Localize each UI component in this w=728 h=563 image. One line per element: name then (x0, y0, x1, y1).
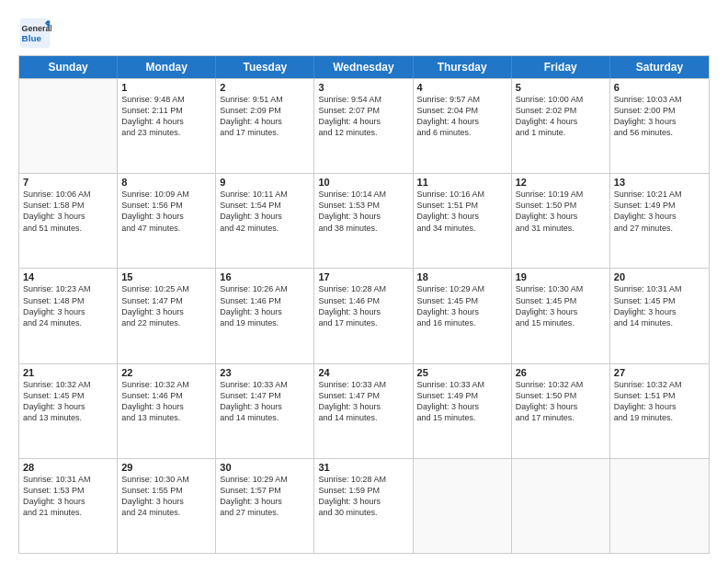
calendar-cell: 29Sunrise: 10:30 AM Sunset: 1:55 PM Dayl… (118, 459, 216, 553)
day-info: Sunrise: 10:31 AM Sunset: 1:45 PM Daylig… (614, 283, 705, 328)
day-number: 7 (23, 177, 113, 188)
calendar-cell: 6Sunrise: 10:03 AM Sunset: 2:00 PM Dayli… (610, 79, 709, 173)
calendar-cell: 31Sunrise: 10:28 AM Sunset: 1:59 PM Dayl… (314, 459, 413, 553)
header-day-tuesday: Tuesday (216, 56, 314, 78)
calendar-cell: 9Sunrise: 10:11 AM Sunset: 1:54 PM Dayli… (216, 174, 314, 268)
day-number: 28 (23, 462, 113, 473)
day-number: 24 (318, 367, 408, 378)
day-number: 26 (516, 367, 606, 378)
day-number: 15 (121, 271, 211, 282)
day-number: 30 (220, 462, 310, 473)
day-info: Sunrise: 10:33 AM Sunset: 1:47 PM Daylig… (318, 379, 408, 424)
day-number: 9 (220, 177, 310, 188)
calendar-cell: 14Sunrise: 10:23 AM Sunset: 1:48 PM Dayl… (19, 269, 118, 362)
day-info: Sunrise: 10:21 AM Sunset: 1:49 PM Daylig… (614, 189, 705, 234)
header-day-sunday: Sunday (19, 56, 118, 78)
day-info: Sunrise: 10:30 AM Sunset: 1:55 PM Daylig… (121, 474, 211, 519)
day-info: Sunrise: 10:06 AM Sunset: 1:58 PM Daylig… (23, 189, 113, 234)
day-info: Sunrise: 9:48 AM Sunset: 2:11 PM Dayligh… (121, 94, 211, 139)
day-number: 16 (220, 271, 310, 282)
day-number: 3 (318, 82, 408, 93)
calendar-cell: 12Sunrise: 10:19 AM Sunset: 1:50 PM Dayl… (512, 174, 610, 268)
day-info: Sunrise: 10:00 AM Sunset: 2:02 PM Daylig… (516, 94, 606, 139)
calendar-cell: 1Sunrise: 9:48 AM Sunset: 2:11 PM Daylig… (118, 79, 216, 173)
svg-text:General: General (22, 24, 51, 33)
day-number: 12 (516, 177, 606, 188)
calendar-cell: 24Sunrise: 10:33 AM Sunset: 1:47 PM Dayl… (314, 364, 413, 458)
day-info: Sunrise: 10:11 AM Sunset: 1:54 PM Daylig… (220, 189, 310, 234)
header-day-monday: Monday (118, 56, 216, 78)
day-info: Sunrise: 10:25 AM Sunset: 1:47 PM Daylig… (121, 283, 211, 328)
day-number: 21 (23, 367, 113, 378)
calendar-cell: 30Sunrise: 10:29 AM Sunset: 1:57 PM Dayl… (216, 459, 314, 553)
day-info: Sunrise: 10:32 AM Sunset: 1:46 PM Daylig… (121, 379, 211, 424)
calendar-cell: 4Sunrise: 9:57 AM Sunset: 2:04 PM Daylig… (414, 79, 512, 173)
calendar-cell: 8Sunrise: 10:09 AM Sunset: 1:56 PM Dayli… (118, 174, 216, 268)
day-number: 18 (417, 271, 507, 282)
calendar-cell (610, 459, 709, 553)
day-number: 6 (614, 82, 705, 93)
day-info: Sunrise: 10:30 AM Sunset: 1:45 PM Daylig… (516, 283, 606, 328)
day-info: Sunrise: 10:32 AM Sunset: 1:51 PM Daylig… (614, 379, 705, 424)
calendar-cell: 23Sunrise: 10:33 AM Sunset: 1:47 PM Dayl… (216, 364, 314, 458)
day-number: 14 (23, 271, 113, 282)
header-day-wednesday: Wednesday (314, 56, 413, 78)
day-info: Sunrise: 10:33 AM Sunset: 1:47 PM Daylig… (220, 379, 310, 424)
day-number: 17 (318, 271, 408, 282)
day-info: Sunrise: 10:14 AM Sunset: 1:53 PM Daylig… (318, 189, 408, 234)
calendar-cell: 3Sunrise: 9:54 AM Sunset: 2:07 PM Daylig… (314, 79, 413, 173)
day-info: Sunrise: 10:32 AM Sunset: 1:50 PM Daylig… (516, 379, 606, 424)
calendar-cell: 7Sunrise: 10:06 AM Sunset: 1:58 PM Dayli… (19, 174, 118, 268)
calendar-cell (414, 459, 512, 553)
calendar-cell: 15Sunrise: 10:25 AM Sunset: 1:47 PM Dayl… (118, 269, 216, 362)
calendar-body: 1Sunrise: 9:48 AM Sunset: 2:11 PM Daylig… (19, 78, 709, 553)
day-info: Sunrise: 10:29 AM Sunset: 1:45 PM Daylig… (417, 283, 507, 328)
header-day-saturday: Saturday (610, 56, 709, 78)
header-day-thursday: Thursday (414, 56, 512, 78)
calendar-cell: 17Sunrise: 10:28 AM Sunset: 1:46 PM Dayl… (314, 269, 413, 362)
header: General Blue (18, 17, 710, 50)
calendar-cell: 26Sunrise: 10:32 AM Sunset: 1:50 PM Dayl… (512, 364, 610, 458)
day-number: 1 (121, 82, 211, 93)
header-day-friday: Friday (512, 56, 610, 78)
logo-icon: General Blue (18, 17, 51, 50)
day-info: Sunrise: 10:09 AM Sunset: 1:56 PM Daylig… (121, 189, 211, 234)
day-number: 8 (121, 177, 211, 188)
calendar-row-4: 21Sunrise: 10:32 AM Sunset: 1:45 PM Dayl… (19, 363, 709, 458)
calendar-cell: 28Sunrise: 10:31 AM Sunset: 1:53 PM Dayl… (19, 459, 118, 553)
day-info: Sunrise: 10:19 AM Sunset: 1:50 PM Daylig… (516, 189, 606, 234)
day-number: 19 (516, 271, 606, 282)
calendar-cell: 16Sunrise: 10:26 AM Sunset: 1:46 PM Dayl… (216, 269, 314, 362)
day-number: 13 (614, 177, 705, 188)
calendar-header: SundayMondayTuesdayWednesdayThursdayFrid… (19, 56, 709, 78)
day-info: Sunrise: 10:28 AM Sunset: 1:46 PM Daylig… (318, 283, 408, 328)
calendar-cell: 22Sunrise: 10:32 AM Sunset: 1:46 PM Dayl… (118, 364, 216, 458)
day-number: 22 (121, 367, 211, 378)
calendar-cell: 27Sunrise: 10:32 AM Sunset: 1:51 PM Dayl… (610, 364, 709, 458)
day-number: 27 (614, 367, 705, 378)
calendar-row-1: 1Sunrise: 9:48 AM Sunset: 2:11 PM Daylig… (19, 78, 709, 173)
day-info: Sunrise: 10:32 AM Sunset: 1:45 PM Daylig… (23, 379, 113, 424)
day-info: Sunrise: 10:23 AM Sunset: 1:48 PM Daylig… (23, 283, 113, 328)
calendar: SundayMondayTuesdayWednesdayThursdayFrid… (18, 55, 710, 554)
calendar-cell: 5Sunrise: 10:00 AM Sunset: 2:02 PM Dayli… (512, 79, 610, 173)
day-info: Sunrise: 10:16 AM Sunset: 1:51 PM Daylig… (417, 189, 507, 234)
calendar-cell: 21Sunrise: 10:32 AM Sunset: 1:45 PM Dayl… (19, 364, 118, 458)
day-number: 25 (417, 367, 507, 378)
day-number: 23 (220, 367, 310, 378)
calendar-cell: 25Sunrise: 10:33 AM Sunset: 1:49 PM Dayl… (414, 364, 512, 458)
calendar-cell: 13Sunrise: 10:21 AM Sunset: 1:49 PM Dayl… (610, 174, 709, 268)
calendar-cell: 19Sunrise: 10:30 AM Sunset: 1:45 PM Dayl… (512, 269, 610, 362)
day-number: 10 (318, 177, 408, 188)
day-number: 11 (417, 177, 507, 188)
calendar-cell (512, 459, 610, 553)
day-number: 5 (516, 82, 606, 93)
day-info: Sunrise: 10:31 AM Sunset: 1:53 PM Daylig… (23, 474, 113, 519)
day-info: Sunrise: 9:54 AM Sunset: 2:07 PM Dayligh… (318, 94, 408, 139)
page: General Blue SundayMondayTuesdayWednesda… (0, 0, 728, 563)
svg-text:Blue: Blue (22, 33, 42, 43)
day-number: 2 (220, 82, 310, 93)
day-info: Sunrise: 10:28 AM Sunset: 1:59 PM Daylig… (318, 474, 408, 519)
logo: General Blue (18, 17, 51, 50)
calendar-cell: 20Sunrise: 10:31 AM Sunset: 1:45 PM Dayl… (610, 269, 709, 362)
